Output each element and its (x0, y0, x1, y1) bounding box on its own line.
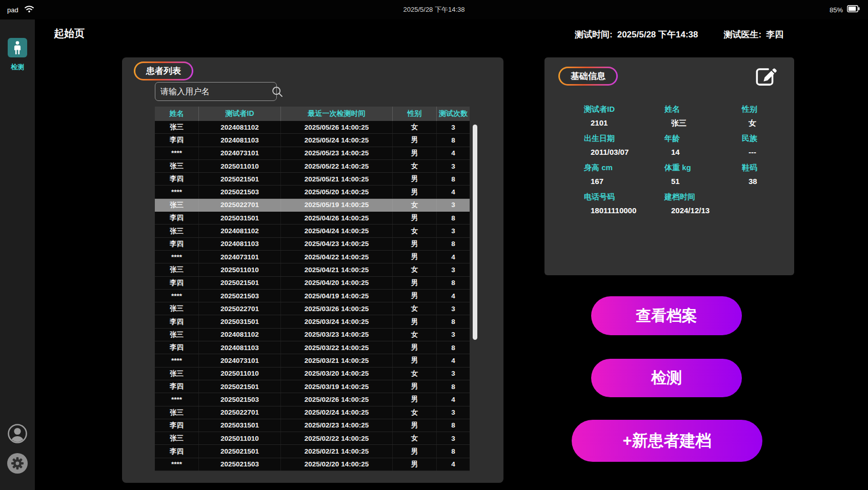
basic-info-fields: 测试者ID2101姓名张三性别女出生日期2011/03/07年龄14民族---身… (584, 105, 783, 221)
table-row[interactable]: ****20250215032025/04/19 14:00:25男4 (155, 290, 470, 302)
table-cell: 2025/03/24 14:00:25 (281, 315, 393, 328)
table-cell: 2025/03/21 14:00:25 (281, 354, 393, 366)
table-row[interactable]: 李四20250315012025/02/23 14:00:25男8 (155, 419, 470, 432)
table-cell: 2025021501 (199, 277, 281, 289)
table-cell: **** (155, 251, 199, 263)
table-row[interactable]: ****20240731012025/03/21 14:00:25男4 (155, 354, 470, 367)
table-row[interactable]: 李四20250215012025/05/21 14:00:25男8 (155, 173, 470, 186)
sidebar-item-label: 检测 (0, 63, 35, 72)
table-row[interactable]: 李四20240811032025/03/22 14:00:25男8 (155, 341, 470, 354)
table-cell: 张三 (155, 121, 199, 133)
table-cell: 男 (393, 341, 437, 354)
table-row[interactable]: 张三20240811022025/03/23 14:00:25女3 (155, 329, 470, 341)
search-input[interactable] (155, 87, 272, 96)
table-cell: 张三 (155, 160, 199, 172)
table-cell: 8 (437, 341, 470, 354)
table-cell: 2025/05/20 14:00:25 (281, 186, 393, 198)
table-cell: 2024081103 (199, 134, 281, 146)
table-cell: 2025021501 (199, 445, 281, 457)
table-cell: 3 (437, 199, 470, 211)
table-cell: 男 (393, 290, 437, 302)
info-field: 民族--- (742, 134, 783, 163)
table-cell: 李四 (155, 173, 199, 185)
table-cell: 2025022701 (199, 199, 281, 211)
table-cell: 男 (393, 212, 437, 224)
page-title: 起始页 (54, 27, 85, 40)
table-cell: **** (155, 290, 199, 302)
table-row[interactable]: 李四20250215012025/03/19 14:00:25男8 (155, 380, 470, 393)
table-row[interactable]: 张三20240811022025/05/26 14:00:25女3 (155, 121, 470, 134)
basic-info-panel: 基础信息 测试者ID2101姓名张三性别女出生日期2011/03/07年龄14民… (544, 57, 794, 275)
table-cell: 男 (393, 173, 437, 185)
table-cell: 2025/03/23 14:00:25 (281, 329, 393, 341)
table-cell: 2025/05/21 14:00:25 (281, 173, 393, 185)
table-cell: 4 (437, 251, 470, 263)
table-cell: 2025/04/21 14:00:25 (281, 263, 393, 276)
table-cell: 2025/05/23 14:00:25 (281, 147, 393, 159)
table-cell: 2025/02/20 14:00:25 (281, 458, 393, 471)
info-field-label: 建档时间 (664, 192, 742, 202)
detect-button[interactable]: 检测 (591, 359, 742, 397)
table-row[interactable]: 张三20250110102025/02/22 14:00:25女3 (155, 432, 470, 445)
table-cell: 李四 (155, 445, 199, 457)
edit-pencil-icon[interactable] (752, 64, 778, 90)
table-cell: 李四 (155, 134, 199, 146)
table-cell: 男 (393, 134, 437, 146)
table-cell: 2025/04/20 14:00:25 (281, 277, 393, 289)
table-row[interactable]: ****20240731012025/05/23 14:00:25男4 (155, 147, 470, 160)
table-row[interactable]: 张三20250227012025/05/19 14:00:25女3 (155, 199, 470, 212)
table-cell: 2025/04/24 14:00:25 (281, 224, 393, 237)
statusbar-datetime: 2025/5/28 下午14:38 (403, 0, 465, 19)
info-field-label: 年龄 (664, 134, 742, 144)
user-avatar-icon[interactable] (7, 423, 28, 444)
table-row[interactable]: 李四20250315012025/04/26 14:00:25男8 (155, 212, 470, 224)
table-cell: **** (155, 393, 199, 405)
table-row[interactable]: 李四20250315012025/03/24 14:00:25男8 (155, 315, 470, 328)
table-row[interactable]: 张三20250227012025/03/26 14:00:25女3 (155, 302, 470, 315)
patient-list-panel: 患者列表 姓名测试者ID最近一次检测时间性别测试次数 张三20240811022… (122, 57, 503, 483)
table-cell: 张三 (155, 406, 199, 419)
info-field: 身高 cm167 (584, 163, 664, 192)
info-field-value: 女 (742, 118, 783, 128)
magnifier-icon[interactable] (272, 86, 283, 97)
table-cell: 2025/02/22 14:00:25 (281, 432, 393, 444)
table-row[interactable]: ****20250215032025/02/20 14:00:25男4 (155, 458, 470, 471)
table-cell: 张三 (155, 368, 199, 380)
table-row[interactable]: 张三20250110102025/05/22 14:00:25女3 (155, 160, 470, 173)
table-cell: 2025022701 (199, 302, 281, 315)
table-cell: 2024073101 (199, 251, 281, 263)
scrollbar-thumb[interactable] (473, 125, 477, 340)
table-row[interactable]: 李四20250215012025/04/20 14:00:25男8 (155, 277, 470, 290)
column-header: 姓名 (155, 107, 199, 121)
table-cell: 8 (437, 419, 470, 432)
sidebar-item-detect[interactable]: 检测 (0, 38, 35, 72)
table-cell: 2024073101 (199, 354, 281, 366)
table-row[interactable]: 李四20240811032025/04/23 14:00:25男8 (155, 238, 470, 251)
table-row[interactable]: 张三20250227012025/02/24 14:00:25女3 (155, 406, 470, 419)
table-cell: 李四 (155, 238, 199, 250)
info-field-value: 51 (664, 177, 742, 186)
table-row[interactable]: ****20250215032025/02/26 14:00:25男4 (155, 393, 470, 406)
table-cell: 张三 (155, 199, 199, 211)
info-field-value: 2101 (584, 118, 664, 127)
table-cell: 2025/04/26 14:00:25 (281, 212, 393, 224)
table-row[interactable]: 张三20240811022025/04/24 14:00:25女3 (155, 224, 470, 237)
info-field-label: 姓名 (664, 105, 742, 114)
table-row[interactable]: ****20250215032025/05/20 14:00:25男4 (155, 186, 470, 198)
view-archive-button[interactable]: 查看档案 (591, 296, 742, 335)
patient-table: 姓名测试者ID最近一次检测时间性别测试次数 张三20240811022025/0… (155, 107, 470, 471)
table-cell: 2024081102 (199, 224, 281, 237)
table-row[interactable]: ****20240731012025/04/22 14:00:25男4 (155, 251, 470, 263)
info-field-value: --- (742, 148, 783, 156)
table-cell: 8 (437, 238, 470, 250)
table-row[interactable]: 张三20250110102025/04/21 14:00:25女3 (155, 263, 470, 276)
gear-icon[interactable] (7, 453, 28, 474)
table-row[interactable]: 李四20240811032025/05/24 14:00:25男8 (155, 134, 470, 147)
new-patient-button[interactable]: +新患者建档 (572, 420, 762, 462)
table-cell: 4 (437, 290, 470, 302)
table-cell: 2025021503 (199, 393, 281, 405)
table-row[interactable]: 张三20250110102025/03/20 14:00:25女3 (155, 368, 470, 380)
table-cell: 3 (437, 121, 470, 133)
table-cell: **** (155, 186, 199, 198)
table-row[interactable]: 李四20250215012025/02/21 14:00:25男8 (155, 445, 470, 458)
